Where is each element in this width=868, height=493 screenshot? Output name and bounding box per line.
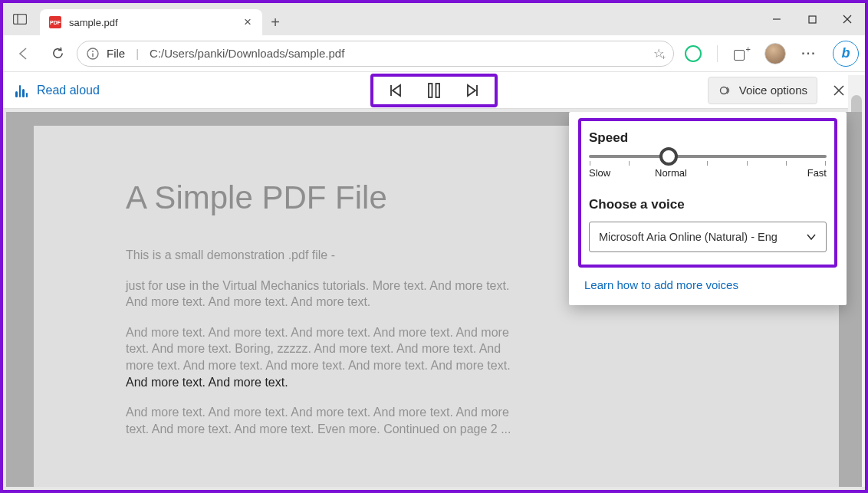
profile-button[interactable]: [761, 39, 790, 68]
close-tab-button[interactable]: ×: [241, 15, 255, 30]
highlighted-text: And more text. And more text.: [126, 376, 288, 389]
voice-dropdown[interactable]: Microsoft Aria Online (Natural) - Eng: [589, 222, 827, 252]
highlighted-region: Speed Slow Normal Fast Choose a voice Mi…: [578, 118, 837, 268]
pdf-paragraph: This is a small demonstration .pdf file …: [126, 247, 532, 264]
playback-controls: [370, 74, 498, 107]
speed-normal-label: Normal: [655, 167, 687, 179]
separator: [717, 45, 718, 62]
address-bar: File | C:/Users/panki/Downloads/sample.p…: [3, 35, 865, 72]
selected-voice: Microsoft Aria Online (Natural) - Eng: [599, 231, 778, 243]
voice-options-panel: Speed Slow Normal Fast Choose a voice Mi…: [569, 112, 847, 305]
svg-rect-11: [436, 84, 440, 97]
next-button[interactable]: [464, 82, 481, 99]
grammarly-icon: [685, 45, 702, 62]
read-aloud-toolbar: Read aloud Voice options: [3, 72, 865, 109]
voice-icon: [718, 83, 733, 98]
pdf-paragraph: And more text. And more text. And more t…: [126, 404, 532, 437]
speed-fast-label: Fast: [807, 167, 827, 179]
speed-label: Speed: [589, 130, 827, 146]
refresh-button[interactable]: [43, 39, 72, 68]
close-window-button[interactable]: [830, 3, 865, 35]
collections-icon: +: [734, 47, 749, 61]
chevron-down-icon: [806, 232, 817, 242]
favorite-button[interactable]: ☆+: [653, 46, 664, 61]
svg-point-7: [92, 51, 94, 52]
read-aloud-icon: [15, 84, 28, 97]
info-icon: [87, 48, 99, 60]
avatar-icon: [764, 43, 786, 64]
voice-options-label: Voice options: [739, 84, 807, 97]
pdf-paragraph: just for use in the Virtual Mechanics tu…: [126, 278, 532, 311]
content-area: A Simple PDF File This is a small demons…: [6, 112, 862, 487]
svg-rect-0: [14, 15, 27, 25]
svg-rect-3: [809, 16, 816, 23]
pdf-icon: PDF: [49, 16, 61, 28]
minimize-button[interactable]: [759, 3, 794, 35]
more-menu-button[interactable]: ···: [794, 39, 824, 68]
svg-rect-10: [429, 84, 432, 97]
svg-point-13: [720, 87, 727, 94]
collections-button[interactable]: +: [727, 39, 756, 68]
speed-slow-label: Slow: [589, 167, 610, 179]
address-path: C:/Users/panki/Downloads/sample.pdf: [150, 47, 344, 60]
title-bar: PDF sample.pdf × +: [3, 3, 865, 35]
maximize-button[interactable]: [794, 3, 830, 35]
pause-button[interactable]: [426, 81, 442, 100]
address-field[interactable]: File | C:/Users/panki/Downloads/sample.p…: [77, 41, 674, 67]
bing-chat-button[interactable]: b: [833, 41, 859, 67]
scheme-label: File: [107, 47, 125, 60]
speed-slider[interactable]: [589, 155, 827, 158]
back-button[interactable]: [9, 39, 38, 68]
address-separator: |: [136, 47, 139, 60]
previous-button[interactable]: [387, 82, 404, 99]
slider-ticks: [589, 161, 827, 166]
pdf-paragraph: And more text. And more text. And more t…: [126, 324, 532, 390]
slider-thumb[interactable]: [659, 147, 678, 166]
learn-more-link[interactable]: Learn how to add more voices: [584, 278, 831, 291]
browser-tab[interactable]: PDF sample.pdf ×: [40, 9, 262, 35]
new-tab-button[interactable]: +: [262, 9, 288, 35]
grammarly-button[interactable]: [679, 39, 708, 68]
tab-actions-button[interactable]: [3, 3, 37, 35]
read-aloud-label: Read aloud: [37, 84, 100, 97]
choose-voice-label: Choose a voice: [589, 197, 827, 212]
tab-title: sample.pdf: [69, 17, 233, 28]
voice-options-button[interactable]: Voice options: [708, 77, 817, 104]
window-controls: [759, 3, 865, 35]
